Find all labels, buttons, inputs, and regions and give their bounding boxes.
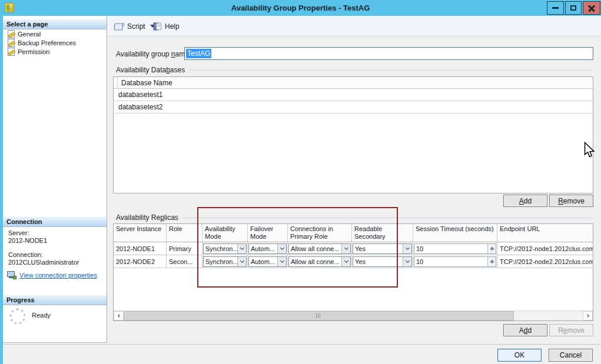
progress-spinner-icon <box>9 308 26 325</box>
table-row[interactable]: 2012-NODE1 Primary Synchron... Autom... … <box>114 242 593 255</box>
readable-secondary-cell: Yes <box>352 255 413 268</box>
column-header: Connections in Primary Role <box>288 224 352 242</box>
page-icon <box>8 39 15 47</box>
server-value: 2012-NODE1 <box>8 237 47 244</box>
table-row[interactable]: databasetest1 <box>114 89 593 101</box>
server-instance-cell: 2012-NODE2 <box>114 255 167 268</box>
select-a-page-header: Select a page <box>3 19 107 29</box>
chevron-down-icon[interactable] <box>341 257 350 266</box>
column-header: Session Timeout (seconds) <box>413 224 497 242</box>
sidebar-item-label: General <box>18 31 41 38</box>
failover-mode-cell: Autom... <box>248 242 288 255</box>
minimize-button[interactable] <box>547 1 564 15</box>
availability-mode-select[interactable]: Synchron... <box>203 243 247 254</box>
availability-mode-cell: Synchron... <box>202 255 248 268</box>
availability-group-name-label: Availability group name: <box>116 50 191 58</box>
add-replica-button[interactable]: Add <box>503 324 547 336</box>
help-label: Help <box>165 22 180 31</box>
database-name-column-header: Database Name <box>114 77 593 89</box>
cancel-button[interactable]: Cancel <box>549 349 593 362</box>
session-timeout-cell: 10 <box>413 255 497 268</box>
close-button[interactable] <box>583 1 600 15</box>
scrollbar-track[interactable] <box>514 311 583 320</box>
chevron-down-icon[interactable] <box>237 257 246 266</box>
server-label: Server: <box>8 229 29 236</box>
group-divider <box>182 218 593 218</box>
column-header: Role <box>167 224 202 242</box>
view-connection-properties-link[interactable]: View connection properties <box>7 271 97 279</box>
failover-mode-select[interactable]: Autom... <box>248 243 287 254</box>
session-timeout-spinner[interactable]: 10 <box>414 243 496 254</box>
ok-button[interactable]: OK <box>497 349 542 362</box>
script-label: Script <box>127 22 145 31</box>
spinner-up-down-icon[interactable] <box>487 257 496 266</box>
minimize-icon <box>552 7 559 9</box>
scrollbar-thumb[interactable] <box>124 311 514 320</box>
page-icon <box>8 30 15 38</box>
readable-secondary-select[interactable]: Yes <box>353 243 412 254</box>
session-timeout-spinner[interactable]: 10 <box>414 256 496 267</box>
role-cell: Primary <box>167 242 202 255</box>
availability-group-name-input[interactable]: TestAG <box>184 47 593 60</box>
failover-mode-select[interactable]: Autom... <box>248 256 287 267</box>
server-instance-cell: 2012-NODE1 <box>114 242 167 255</box>
maximize-icon <box>570 5 576 11</box>
chevron-down-icon[interactable] <box>403 244 411 253</box>
column-header: Availability Mode <box>202 224 248 242</box>
column-header: Endpoint URL <box>497 224 593 242</box>
footer-divider <box>3 344 601 345</box>
sidebar-item-label: Backup Preferences <box>18 39 76 46</box>
endpoint-url-cell: TCP://2012-node2.2012clus.com <box>497 255 593 268</box>
availability-mode-cell: Synchron... <box>202 242 248 255</box>
availability-replicas-grid: Server Instance Role Availability Mode F… <box>113 223 593 321</box>
grip-icon <box>316 313 321 318</box>
chevron-right-icon <box>586 314 589 318</box>
script-icon <box>114 22 125 31</box>
column-header: Failover Mode <box>248 224 288 242</box>
scroll-left-button[interactable] <box>114 311 124 320</box>
chevron-down-icon[interactable] <box>403 257 411 266</box>
table-row[interactable]: 2012-NODE2 Secon... Synchron... Autom...… <box>114 255 593 268</box>
sidebar-item-general[interactable]: General <box>3 29 107 38</box>
session-timeout-cell: 10 <box>413 242 497 255</box>
scroll-right-button[interactable] <box>583 311 593 320</box>
chevron-down-icon[interactable] <box>237 244 246 253</box>
connections-in-primary-role-select[interactable]: Allow all conne... <box>288 243 351 254</box>
horizontal-scrollbar[interactable] <box>114 310 593 320</box>
maximize-button[interactable] <box>565 1 582 15</box>
toolbar <box>107 16 601 36</box>
readable-secondary-select[interactable]: Yes <box>353 256 412 267</box>
connection-value: 2012CLUS\administrator <box>8 259 79 266</box>
connections-cell: Allow all conne... <box>288 242 352 255</box>
chevron-down-icon[interactable] <box>277 244 286 253</box>
add-database-button[interactable]: Add <box>503 195 547 207</box>
chevron-down-icon[interactable] <box>341 244 350 253</box>
connections-in-primary-role-select[interactable]: Allow all conne... <box>288 256 351 267</box>
close-icon <box>587 4 596 12</box>
window-title: Availability Group Properties - TestAG <box>0 0 601 16</box>
script-button[interactable]: Script <box>112 20 157 32</box>
table-row[interactable]: databasetest2 <box>114 101 593 113</box>
availability-mode-select[interactable]: Synchron... <box>203 256 247 267</box>
chevron-down-icon[interactable] <box>277 257 286 266</box>
page-icon <box>8 48 15 56</box>
help-icon <box>152 22 162 31</box>
sidebar-item-backup-preferences[interactable]: Backup Preferences <box>3 38 107 47</box>
sidebar-item-label: Permission <box>18 48 49 55</box>
connection-properties-icon <box>7 271 16 279</box>
connection-header: Connection <box>3 217 107 227</box>
group-divider <box>189 70 593 71</box>
remove-database-button[interactable]: Remove <box>549 195 593 207</box>
endpoint-url-cell: TCP://2012-node1.2012clus.com <box>497 242 593 255</box>
readable-secondary-cell: Yes <box>352 242 413 255</box>
sidebar <box>3 16 107 343</box>
availability-replicas-group-label: Availability Replicas <box>116 213 593 222</box>
column-header: Server Instance <box>114 224 167 242</box>
spinner-up-down-icon[interactable] <box>487 244 496 253</box>
help-button[interactable]: Help <box>151 20 181 32</box>
progress-status: Ready <box>32 312 51 319</box>
remove-replica-button[interactable]: Remove <box>549 324 593 336</box>
progress-header: Progress <box>3 295 107 305</box>
sidebar-item-permission[interactable]: Permission <box>3 47 107 56</box>
failover-mode-cell: Autom... <box>248 255 288 268</box>
